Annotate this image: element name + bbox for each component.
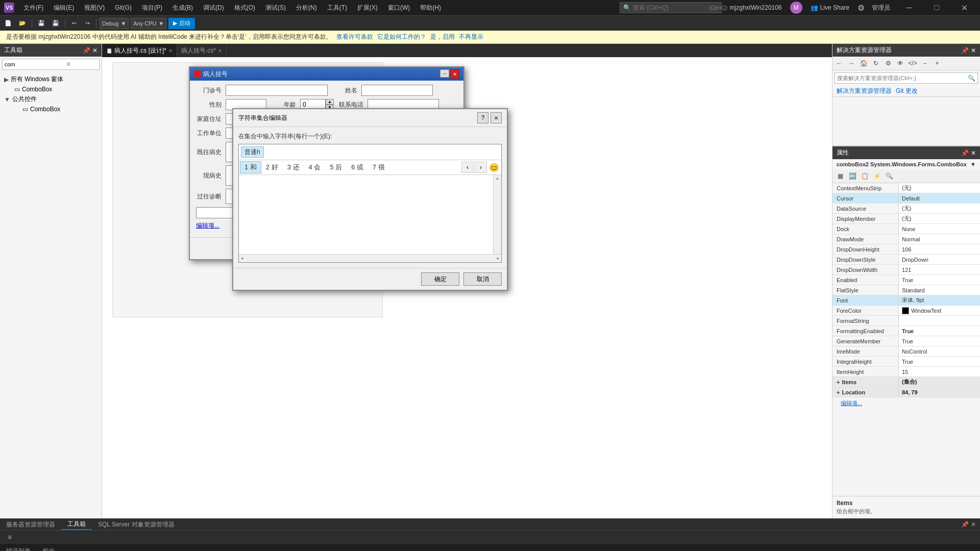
- menu-extensions[interactable]: 扩展(X): [352, 2, 383, 14]
- scroll-left-icon[interactable]: ◄: [240, 256, 244, 261]
- toolbox-clear-icon[interactable]: ✕: [66, 61, 71, 68]
- str-prev-btn[interactable]: ‹: [461, 162, 474, 173]
- prop-value-generatemember[interactable]: True: [899, 336, 980, 346]
- str-close-btn[interactable]: ✕: [491, 112, 502, 123]
- edit-link-btn[interactable]: 编辑项...: [196, 222, 219, 229]
- sol-preview-btn[interactable]: 👁: [895, 58, 906, 69]
- menu-file[interactable]: 文件(F): [18, 2, 48, 14]
- start-button[interactable]: ▶ 启动: [168, 18, 195, 29]
- props-edit-link[interactable]: 编辑项...: [837, 399, 866, 407]
- str-suggestion-5[interactable]: 5 后: [325, 161, 347, 173]
- str-suggestion-2[interactable]: 2 好: [261, 161, 283, 173]
- undo-button[interactable]: ↩: [68, 18, 80, 29]
- pin-icon-3[interactable]: 📌: [961, 149, 969, 157]
- prop-value-formattingenabled[interactable]: True: [899, 326, 980, 336]
- prop-value-enabled[interactable]: True: [899, 275, 980, 285]
- sol-settings-btn[interactable]: ⚙: [883, 58, 894, 69]
- menu-help[interactable]: 帮助(H): [415, 2, 446, 14]
- menu-edit[interactable]: 编辑(E): [48, 2, 79, 14]
- menu-git[interactable]: Git(G): [110, 2, 137, 13]
- tree-all-windows[interactable]: ▶ 所有 Windows 窗体: [2, 74, 100, 85]
- menu-analyze[interactable]: 分析(N): [291, 2, 322, 14]
- str-suggestion-1[interactable]: 1 和: [240, 161, 261, 173]
- str-autocomplete-item[interactable]: 普通h: [241, 146, 264, 158]
- tab-close-1[interactable]: ✕: [168, 48, 173, 54]
- menu-tools[interactable]: 工具(T): [322, 2, 352, 14]
- prop-value-itemheight[interactable]: 15: [899, 367, 980, 377]
- name-input[interactable]: [361, 85, 433, 96]
- scroll-right-icon[interactable]: ►: [496, 256, 500, 261]
- prop-value-drawmode[interactable]: Normal: [899, 234, 980, 244]
- str-emoji-btn[interactable]: 😊: [488, 162, 500, 173]
- bottom-tab-toolbox[interactable]: 工具箱: [61, 519, 92, 530]
- toolbox-search-input[interactable]: [5, 61, 66, 67]
- prop-value-contextmenu[interactable]: (无): [899, 183, 980, 193]
- prop-value-cursor[interactable]: Default: [899, 193, 980, 203]
- props-alpha-btn[interactable]: 🔤: [847, 170, 858, 182]
- solution-search-input[interactable]: [837, 75, 968, 81]
- str-suggestion-3[interactable]: 3 还: [283, 161, 304, 173]
- prop-value-dropdownwidth[interactable]: 121: [899, 265, 980, 274]
- prop-value-dropdownstyle[interactable]: DropDown: [899, 255, 980, 264]
- str-ok-btn[interactable]: 确定: [421, 272, 459, 286]
- sol-code-btn[interactable]: </>: [907, 58, 918, 69]
- props-close-icon[interactable]: ✕: [971, 149, 976, 157]
- prop-value-location[interactable]: 84, 79: [899, 387, 980, 397]
- prop-value-font[interactable]: 宋体, 9pt: [899, 295, 980, 305]
- menu-view[interactable]: 视图(V): [79, 2, 110, 14]
- spin-up-btn[interactable]: ▲: [326, 99, 334, 105]
- bottom-pin-icon[interactable]: 📌: [961, 521, 969, 528]
- notif-link-1[interactable]: 查看许可条款: [336, 33, 373, 41]
- prop-value-displaymember[interactable]: (无): [899, 214, 980, 223]
- menu-test[interactable]: 测试(S): [260, 2, 291, 14]
- menu-window[interactable]: 窗口(W): [383, 2, 415, 14]
- notif-link-2[interactable]: 它是如何工作的？: [377, 33, 426, 41]
- patient-dialog-minimize[interactable]: ─: [440, 69, 449, 78]
- sol-add-btn[interactable]: +: [932, 58, 943, 69]
- search-input[interactable]: [633, 4, 709, 11]
- save-all-button[interactable]: 💾: [50, 18, 62, 29]
- str-suggestion-7[interactable]: 7 很: [368, 161, 389, 173]
- menu-project[interactable]: 项目(P): [137, 2, 167, 14]
- profile-avatar[interactable]: M: [790, 2, 802, 14]
- sol-home-btn[interactable]: 🏠: [858, 58, 869, 69]
- maximize-button[interactable]: □: [925, 0, 948, 15]
- menu-format[interactable]: 格式(O): [229, 2, 260, 14]
- settings-icon[interactable]: ⚙: [857, 3, 865, 13]
- toolbox-search-box[interactable]: ✕: [2, 59, 100, 70]
- props-props-btn[interactable]: 📋: [859, 170, 870, 182]
- patient-dialog-close[interactable]: ✕: [450, 69, 459, 79]
- str-hscroll[interactable]: ◄ ►: [239, 254, 501, 262]
- prop-value-formatstring[interactable]: [899, 316, 980, 325]
- sol-forward-btn[interactable]: →: [846, 58, 857, 69]
- props-search-btn[interactable]: 🔍: [884, 170, 895, 182]
- notif-no-btn[interactable]: 不再显示: [459, 33, 483, 41]
- outpatient-input[interactable]: [226, 85, 328, 96]
- close-button[interactable]: ✕: [952, 0, 976, 15]
- tab-design[interactable]: 📋 病人挂号.cs [设计]* ✕: [102, 44, 177, 57]
- bottom-tab-server[interactable]: 服务器资源管理器: [0, 519, 61, 530]
- str-next-btn[interactable]: ›: [475, 162, 487, 173]
- cpu-config-dropdown[interactable]: Any CPU ▼: [131, 18, 166, 29]
- prop-value-forecolor[interactable]: WindowText: [899, 306, 980, 315]
- bottom-subtab-errors[interactable]: 错误列表: [0, 544, 37, 551]
- sol-refresh-btn[interactable]: ↻: [870, 58, 881, 69]
- live-share-button[interactable]: 👥 Live Share: [806, 4, 853, 11]
- prop-value-dropdownheight[interactable]: 106: [899, 244, 980, 254]
- sol-back-btn[interactable]: ←: [834, 58, 845, 69]
- str-textarea[interactable]: [239, 175, 493, 254]
- sol-minus-btn[interactable]: −: [919, 58, 930, 69]
- redo-button[interactable]: ↪: [82, 18, 93, 29]
- solution-explorer-link[interactable]: 解决方案资源管理器: [837, 87, 892, 95]
- menu-debug[interactable]: 调试(D): [198, 2, 229, 14]
- pin-icon-2[interactable]: 📌: [961, 47, 969, 54]
- prop-value-dock[interactable]: None: [899, 224, 980, 234]
- debug-config-dropdown[interactable]: Debug ▼: [100, 18, 129, 29]
- sol-search-icon[interactable]: 🔍: [968, 74, 975, 82]
- save-button[interactable]: 💾: [35, 18, 47, 29]
- tree-combobox-2[interactable]: ▭ ComboBox: [2, 105, 100, 114]
- bottom-tab-sql[interactable]: SQL Server 对象资源管理器: [92, 519, 181, 530]
- str-scrollbar[interactable]: ▲: [493, 175, 501, 254]
- pin-icon[interactable]: 📌: [83, 47, 90, 54]
- tab-close-2[interactable]: ✕: [218, 48, 222, 54]
